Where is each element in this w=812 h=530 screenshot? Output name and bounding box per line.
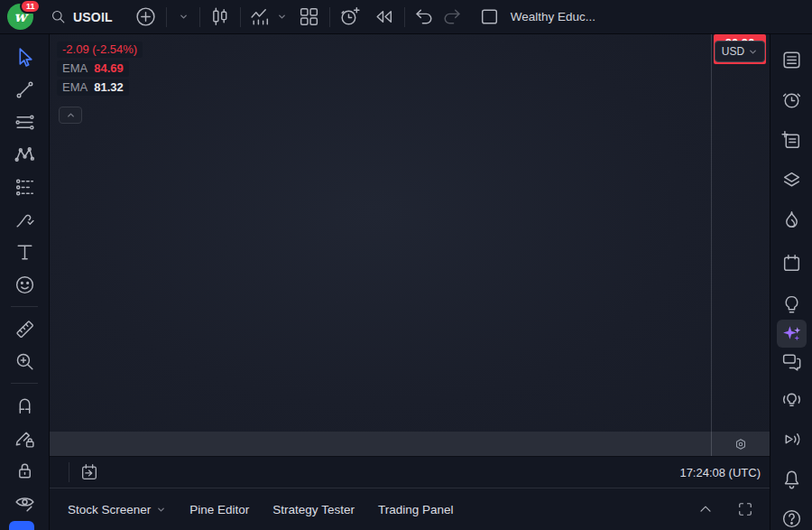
tab-label: Trading Panel [378, 503, 454, 516]
ema-slow-value: 81.32 [94, 80, 124, 94]
brush-tool-button[interactable] [8, 203, 41, 236]
divider [329, 7, 330, 27]
measure-tool-button[interactable] [8, 312, 41, 345]
journal-button[interactable] [779, 127, 805, 153]
divider [199, 7, 200, 27]
symbol-search[interactable]: USOIL [50, 8, 113, 25]
price-axis[interactable]: 80.36 04:35:51 USD [711, 34, 770, 432]
play-waves-icon [780, 428, 803, 451]
tab-strategy-tester[interactable]: Strategy Tester [272, 503, 355, 516]
tab-label: Pine Editor [189, 503, 249, 516]
tab-label: Stock Screener [68, 503, 151, 516]
zoom-in-tool-button[interactable] [8, 345, 41, 377]
tab-trading-panel[interactable]: Trading Panel [378, 503, 454, 516]
zoom-in-icon [14, 350, 36, 373]
streams-button[interactable] [779, 426, 805, 452]
gear-icon [733, 436, 749, 452]
layout-grid-button[interactable] [296, 4, 323, 31]
currency-label: USD [722, 45, 744, 58]
divider [166, 7, 167, 27]
interval-dropdown-button[interactable] [175, 4, 193, 31]
undo-button[interactable] [411, 4, 438, 31]
bar-replay-button[interactable] [371, 4, 398, 31]
legend-collapse-button[interactable] [59, 107, 82, 124]
expand-panel-button[interactable] [692, 496, 719, 523]
indicators-icon [249, 5, 272, 28]
indicators-button[interactable] [247, 4, 274, 31]
clock-utc[interactable]: 17:24:08 (UTC) [679, 466, 761, 479]
alert-plus-icon [338, 5, 361, 28]
divider [69, 462, 69, 482]
ema-fast-legend-row[interactable]: EMA 84.69 [57, 60, 129, 77]
go-to-date-button[interactable] [76, 459, 103, 486]
help-button[interactable] [779, 506, 805, 530]
create-alert-button[interactable] [337, 4, 364, 31]
indicators-dropdown-button[interactable] [274, 4, 291, 31]
hide-all-drawings-button[interactable] [8, 487, 41, 519]
ai-sparkles-icon [780, 322, 803, 345]
hotlists-button[interactable] [779, 207, 805, 233]
calendar-icon [780, 252, 803, 274]
bell-icon [780, 468, 803, 490]
trend-line-tool-button[interactable] [8, 73, 41, 106]
save-layout-button[interactable] [476, 4, 503, 31]
chat-button[interactable] [779, 349, 805, 375]
divider [404, 7, 405, 27]
chart-pane[interactable]: -2.09 (-2.54%) EMA 84.69 EMA 81.32 [50, 34, 711, 432]
alerts-button[interactable] [779, 87, 805, 113]
change-value: -2.09 (-2.54%) [62, 42, 137, 56]
candlestick-chart [50, 34, 711, 432]
bar-replay-icon [373, 5, 395, 28]
left-toolbar-expand-tab[interactable] [9, 521, 34, 530]
chevron-down-icon [277, 12, 287, 22]
chart-legend: -2.09 (-2.54%) EMA 84.69 EMA 81.32 [57, 42, 143, 98]
magnet-mode-button[interactable] [8, 389, 41, 422]
chart-region: -2.09 (-2.54%) EMA 84.69 EMA 81.32 80.36… [50, 34, 770, 456]
bottom-range-bar: 17:24:08 (UTC) [50, 456, 770, 488]
drawing-sync-lock-button[interactable] [8, 422, 41, 454]
search-icon [50, 8, 67, 25]
drawing-toolbar [0, 34, 50, 530]
restore-panel-button[interactable] [732, 496, 759, 523]
eye-pencil-icon [14, 492, 36, 515]
ai-assistant-button[interactable] [777, 320, 807, 348]
forecast-tool-button[interactable] [8, 171, 41, 203]
lock-all-drawings-button[interactable] [8, 454, 41, 487]
go-to-date-icon [79, 462, 99, 482]
text-tool-button[interactable] [8, 236, 41, 268]
live-ideas-button[interactable] [779, 386, 805, 413]
broker-logo[interactable]: w 11 [7, 4, 33, 30]
cursor-tool-button[interactable] [8, 41, 41, 73]
currency-dropdown[interactable]: USD [715, 41, 765, 62]
time-axis[interactable] [50, 432, 711, 456]
watchlist-button[interactable] [779, 47, 805, 73]
chart-style-button[interactable] [207, 4, 234, 31]
flame-icon [780, 209, 803, 231]
tab-stock-screener[interactable]: Stock Screener [68, 503, 166, 516]
ema-fast-value: 84.69 [94, 61, 124, 75]
chat-icon [780, 350, 803, 373]
calendar-button[interactable] [779, 250, 805, 276]
redo-button[interactable] [438, 4, 466, 31]
notifications-button[interactable] [779, 466, 805, 492]
save-layout-icon [478, 5, 501, 28]
symbol-change-row: -2.09 (-2.54%) [57, 42, 143, 58]
xabcd-pattern-tool-button[interactable] [8, 138, 41, 171]
ideas-button[interactable] [779, 292, 805, 318]
horizontal-lines-tool-button[interactable] [8, 106, 41, 138]
layout-name-label[interactable]: Wealthy Educ... [511, 10, 595, 23]
tab-pine-editor[interactable]: Pine Editor [189, 503, 249, 516]
ema-label: EMA [62, 61, 88, 75]
redo-icon [440, 5, 463, 28]
emoji-tool-button[interactable] [8, 268, 41, 301]
compare-add-symbol-button[interactable] [133, 4, 160, 31]
divider [11, 383, 38, 384]
divider [240, 7, 241, 27]
undo-icon [413, 5, 436, 28]
chart-settings-corner-button[interactable] [711, 432, 770, 456]
object-tree-button[interactable] [779, 167, 805, 193]
chevron-up-icon [697, 500, 715, 518]
candle-style-icon [208, 5, 231, 28]
lock-icon [14, 460, 36, 482]
ema-slow-legend-row[interactable]: EMA 81.32 [57, 79, 129, 96]
